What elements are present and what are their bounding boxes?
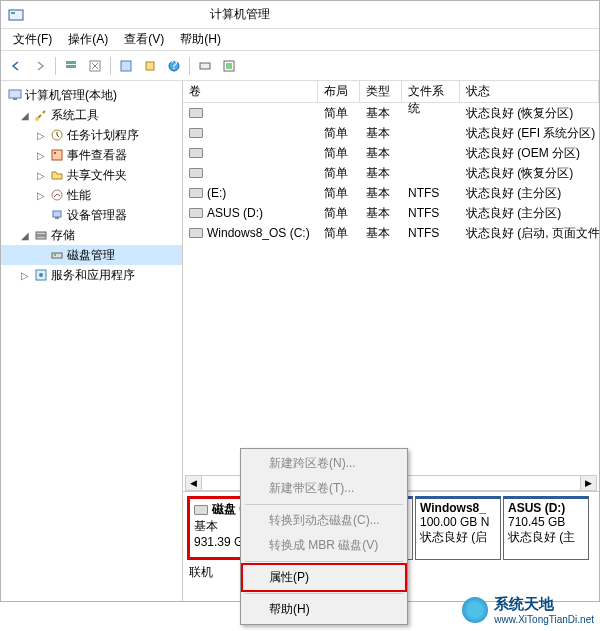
drive-icon	[189, 108, 203, 118]
ctx-convert-mbr[interactable]: 转换成 MBR 磁盘(V)	[243, 533, 405, 558]
menu-help[interactable]: 帮助(H)	[172, 29, 229, 50]
tree-panel: 计算机管理(本地) ◢ 系统工具 ▷ 任务计划程序 ▷ 事件查看器 ▷ 共享文件…	[1, 81, 183, 601]
toolbar-btn-2[interactable]	[139, 55, 161, 77]
drive-icon	[189, 228, 203, 238]
toolbar-separator	[189, 57, 190, 75]
storage-icon	[33, 227, 49, 243]
tree-event-viewer[interactable]: ▷ 事件查看器	[1, 145, 182, 165]
svg-rect-9	[200, 63, 210, 69]
volume-row[interactable]: 简单 基本 状态良好 (OEM 分区)	[183, 143, 599, 163]
tools-icon	[33, 107, 49, 123]
context-menu: 新建跨区卷(N)... 新建带区卷(T)... 转换到动态磁盘(C)... 转换…	[240, 448, 408, 625]
drive-icon	[189, 148, 203, 158]
scroll-left-button[interactable]: ◀	[186, 476, 202, 490]
menu-view[interactable]: 查看(V)	[116, 29, 172, 50]
expand-icon[interactable]: ▷	[19, 270, 31, 281]
svg-rect-21	[36, 232, 46, 235]
svg-rect-19	[53, 211, 61, 217]
expand-icon[interactable]: ▷	[35, 150, 47, 161]
toolbar-separator	[55, 57, 56, 75]
tree-device-manager[interactable]: 设备管理器	[1, 205, 182, 225]
toolbar-btn-4[interactable]	[218, 55, 240, 77]
svg-rect-11	[226, 63, 232, 69]
ctx-convert-dynamic[interactable]: 转换到动态磁盘(C)...	[243, 508, 405, 533]
watermark-url: www.XiTongTianDi.net	[494, 614, 594, 625]
volume-row[interactable]: 简单 基本 状态良好 (EFI 系统分区)	[183, 123, 599, 143]
folder-icon	[49, 167, 65, 183]
svg-rect-17	[54, 152, 56, 154]
expand-icon[interactable]: ▷	[35, 170, 47, 181]
svg-rect-1	[11, 12, 15, 14]
collapse-icon[interactable]: ◢	[19, 110, 31, 121]
col-status[interactable]: 状态	[460, 81, 599, 102]
tree-shared-folders[interactable]: ▷ 共享文件夹	[1, 165, 182, 185]
menu-file[interactable]: 文件(F)	[5, 29, 60, 50]
window-title: 计算机管理	[31, 6, 599, 23]
app-icon	[7, 6, 25, 24]
clock-icon	[49, 127, 65, 143]
col-type[interactable]: 类型	[360, 81, 402, 102]
computer-icon	[7, 87, 23, 103]
tree-performance[interactable]: ▷ 性能	[1, 185, 182, 205]
performance-icon	[49, 187, 65, 203]
volume-row[interactable]: Windows8_OS (C:) 简单 基本 NTFS 状态良好 (启动, 页面…	[183, 223, 599, 243]
refresh-button[interactable]	[84, 55, 106, 77]
volume-row[interactable]: (E:) 简单 基本 NTFS 状态良好 (主分区)	[183, 183, 599, 203]
toolbar-btn-1[interactable]	[115, 55, 137, 77]
svg-rect-20	[55, 217, 59, 219]
expand-icon[interactable]: ▷	[35, 190, 47, 201]
menu-action[interactable]: 操作(A)	[60, 29, 116, 50]
volume-row[interactable]: 简单 基本 状态良好 (恢复分区)	[183, 163, 599, 183]
tree-root[interactable]: 计算机管理(本地)	[1, 85, 182, 105]
drive-icon	[189, 128, 203, 138]
menu-separator	[245, 593, 403, 594]
tree-task-scheduler[interactable]: ▷ 任务计划程序	[1, 125, 182, 145]
disk-icon	[194, 505, 208, 515]
svg-rect-5	[121, 61, 131, 71]
menu-separator	[245, 561, 403, 562]
view-button[interactable]	[60, 55, 82, 77]
partition-asus[interactable]: ASUS (D:) 710.45 GB 状态良好 (主	[503, 496, 589, 560]
disk-online-label: 联机	[189, 564, 213, 581]
svg-rect-16	[52, 150, 62, 160]
watermark-title: 系统天地	[494, 595, 594, 614]
svg-rect-2	[66, 61, 76, 64]
titlebar: 计算机管理	[1, 1, 599, 29]
services-icon	[33, 267, 49, 283]
scroll-right-button[interactable]: ▶	[580, 476, 596, 490]
tree-services-apps[interactable]: ▷ 服务和应用程序	[1, 265, 182, 285]
svg-rect-0	[9, 10, 23, 20]
svg-rect-12	[9, 90, 21, 98]
toolbar-separator	[110, 57, 111, 75]
back-button[interactable]	[5, 55, 27, 77]
ctx-help[interactable]: 帮助(H)	[243, 597, 405, 622]
tree-system-tools[interactable]: ◢ 系统工具	[1, 105, 182, 125]
svg-point-18	[52, 190, 62, 200]
ctx-properties[interactable]: 属性(P)	[241, 563, 407, 592]
svg-rect-22	[36, 236, 46, 239]
volume-list-header: 卷 布局 类型 文件系统 状态	[183, 81, 599, 103]
volume-row[interactable]: ASUS (D:) 简单 基本 NTFS 状态良好 (主分区)	[183, 203, 599, 223]
collapse-icon[interactable]: ◢	[19, 230, 31, 241]
svg-rect-13	[13, 98, 17, 100]
ctx-new-spanned[interactable]: 新建跨区卷(N)...	[243, 451, 405, 476]
col-layout[interactable]: 布局	[318, 81, 360, 102]
col-fs[interactable]: 文件系统	[402, 81, 460, 102]
toolbar: ?	[1, 51, 599, 81]
col-volume[interactable]: 卷	[183, 81, 318, 102]
ctx-new-striped[interactable]: 新建带区卷(T)...	[243, 476, 405, 501]
tree-storage[interactable]: ◢ 存储	[1, 225, 182, 245]
help-button[interactable]: ?	[163, 55, 185, 77]
svg-point-14	[35, 117, 39, 121]
menu-separator	[245, 504, 403, 505]
volume-row[interactable]: 简单 基本 状态良好 (恢复分区)	[183, 103, 599, 123]
svg-point-26	[39, 273, 43, 277]
toolbar-btn-3[interactable]	[194, 55, 216, 77]
expand-icon[interactable]: ▷	[35, 130, 47, 141]
drive-icon	[189, 168, 203, 178]
forward-button[interactable]	[29, 55, 51, 77]
disk-icon	[49, 247, 65, 263]
svg-point-24	[54, 254, 56, 256]
partition-windows[interactable]: Windows8_ 100.00 GB N 状态良好 (启	[415, 496, 501, 560]
tree-disk-mgmt[interactable]: 磁盘管理	[1, 245, 182, 265]
